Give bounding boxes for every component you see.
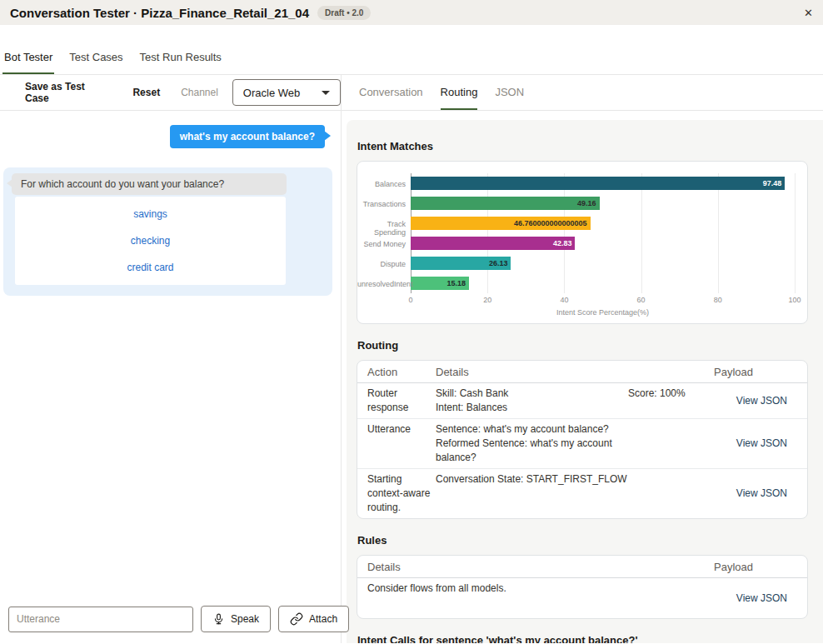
bar-value-label: 97.48 xyxy=(763,179,786,187)
category-label: Transactions xyxy=(357,200,406,208)
main-tab-bar: Bot Tester Test Cases Test Run Results xyxy=(0,51,823,75)
view-json-link[interactable]: View JSON xyxy=(736,394,787,408)
x-tick-label: 0 xyxy=(408,296,412,304)
detail-line: Sentence: what's my account balance? xyxy=(436,422,628,437)
category-label: unresolvedIntent xyxy=(357,280,406,288)
option-savings[interactable]: savings xyxy=(23,201,277,227)
x-axis-title: Intent Score Percentage(%) xyxy=(411,308,795,317)
bar-value-label: 42.83 xyxy=(553,239,576,247)
bot-options-list: savings checking credit card xyxy=(15,197,286,285)
message-input-bar: Speak Attach xyxy=(8,606,349,632)
bar-dispute: 26.13 xyxy=(411,257,511,270)
channel-select[interactable]: Oracle Web xyxy=(232,79,341,106)
gridline xyxy=(641,173,642,293)
bar-unresolvedintent: 15.18 xyxy=(411,277,469,290)
channel-selected-value: Oracle Web xyxy=(243,87,300,99)
category-label: Send Money xyxy=(357,240,406,248)
table-row: Utterance Sentence: what's my account ba… xyxy=(357,419,807,469)
table-row: Router response Skill: Cash Bank Intent:… xyxy=(357,383,807,419)
view-json-link[interactable]: View JSON xyxy=(736,437,787,451)
category-label: Dispute xyxy=(357,260,406,268)
option-credit-card[interactable]: credit card xyxy=(23,254,277,281)
routing-table: Action Details Payload Router response S… xyxy=(357,360,808,519)
gridline xyxy=(718,173,719,293)
routing-panel: Conversation Routing JSON Intent Matches… xyxy=(342,75,823,643)
bar-balances: 97.48 xyxy=(411,177,785,190)
column-header-action: Action xyxy=(357,366,436,378)
action-cell: Router response xyxy=(357,387,436,415)
x-tick-label: 80 xyxy=(714,296,722,304)
bar-transactions: 49.16 xyxy=(411,197,600,210)
bar-value-label: 26.13 xyxy=(489,259,511,267)
tab-bot-tester[interactable]: Bot Tester xyxy=(2,51,54,74)
bot-prompt-text: For which account do you want your balan… xyxy=(21,178,224,190)
tab-routing[interactable]: Routing xyxy=(441,75,478,110)
option-checking[interactable]: checking xyxy=(23,227,277,254)
column-header-payload: Payload xyxy=(714,561,807,573)
tab-conversation[interactable]: Conversation xyxy=(359,75,423,110)
routing-detail-body: Intent Matches 97.4849.1646.760000000000… xyxy=(347,120,823,643)
page-title: Conversation Tester · Pizza_Finance_Reta… xyxy=(10,6,309,20)
detail-line: Skill: Cash Bank xyxy=(436,387,628,401)
details-cell: Sentence: what's my account balance? Ref… xyxy=(436,422,714,465)
rules-table: Details Payload Consider flows from all … xyxy=(357,555,808,619)
category-label: Balances xyxy=(357,180,406,188)
tester-toolbar: Save as Test Case Reset Channel Oracle W… xyxy=(0,75,341,111)
table-row: Consider flows from all models. View JSO… xyxy=(357,578,807,618)
detail-line: Reformed Sentence: what's my account bal… xyxy=(436,437,628,465)
routing-section-title: Routing xyxy=(357,339,807,352)
microphone-icon xyxy=(212,612,225,626)
bubble-tail xyxy=(324,131,331,141)
action-cell: Starting context-aware routing. xyxy=(357,472,436,515)
bar-track-spending: 46.760000000000005 xyxy=(411,217,591,230)
gridline xyxy=(487,173,488,293)
attach-link-icon xyxy=(290,612,303,626)
panel-tab-bar: Conversation Routing JSON xyxy=(342,75,823,111)
tab-test-cases[interactable]: Test Cases xyxy=(67,51,124,74)
version-badge: Draft • 2.0 xyxy=(317,6,371,20)
view-json-link[interactable]: View JSON xyxy=(736,487,787,501)
x-axis-ticks: 020406080100 xyxy=(411,296,795,307)
column-header-details: Details xyxy=(436,366,714,378)
gridline xyxy=(564,173,565,293)
bar-value-label: 15.18 xyxy=(446,279,469,287)
table-header-row: Details Payload xyxy=(357,556,807,578)
chart-plot-area: 97.4849.1646.76000000000000542.8326.1315… xyxy=(411,173,795,293)
tab-test-run-results[interactable]: Test Run Results xyxy=(138,51,223,74)
intent-calls-section-title: Intent Calls for sentence 'what's my acc… xyxy=(357,634,807,643)
reset-button[interactable]: Reset xyxy=(132,87,160,98)
save-as-test-case-button[interactable]: Save as Test Case xyxy=(25,81,102,104)
conversation-area: what's my account balance? For which acc… xyxy=(0,111,341,643)
tab-json[interactable]: JSON xyxy=(495,75,524,110)
rules-section-title: Rules xyxy=(357,534,807,547)
intent-matches-chart: 97.4849.1646.76000000000000542.8326.1315… xyxy=(357,162,807,323)
x-tick-label: 100 xyxy=(788,296,801,304)
speak-button-label: Speak xyxy=(231,613,259,625)
speak-button[interactable]: Speak xyxy=(201,606,271,632)
user-message-text: what's my account balance? xyxy=(180,131,315,142)
x-tick-label: 20 xyxy=(483,296,491,304)
score-cell: Score: 100% xyxy=(628,387,714,415)
bot-message-card: For which account do you want your balan… xyxy=(3,167,332,296)
user-message-bubble: what's my account balance? xyxy=(170,125,325,148)
attach-button[interactable]: Attach xyxy=(278,606,349,632)
intent-matches-title: Intent Matches xyxy=(357,140,807,152)
category-label: Track Spending xyxy=(357,220,406,237)
close-icon[interactable]: ✕ xyxy=(804,7,813,18)
utterance-input[interactable] xyxy=(8,607,193,632)
channel-label: Channel xyxy=(181,87,218,98)
table-header-row: Action Details Payload xyxy=(357,361,807,383)
bar-send-money: 42.83 xyxy=(411,237,575,250)
bubble-tail xyxy=(7,179,12,187)
view-json-link[interactable]: View JSON xyxy=(736,592,787,606)
table-row: Starting context-aware routing. Conversa… xyxy=(357,469,807,518)
detail-line: Consider flows from all models. xyxy=(367,582,714,615)
gridline xyxy=(795,173,796,293)
action-cell: Utterance xyxy=(357,422,436,465)
bar-value-label: 49.16 xyxy=(577,199,600,207)
bot-prompt-bubble: For which account do you want your balan… xyxy=(12,173,287,195)
chevron-down-icon xyxy=(322,91,330,95)
y-axis-line xyxy=(411,173,412,293)
intent-matches-chart-card: 97.4849.1646.76000000000000542.8326.1315… xyxy=(357,161,808,324)
window-header: Conversation Tester · Pizza_Finance_Reta… xyxy=(0,0,823,25)
